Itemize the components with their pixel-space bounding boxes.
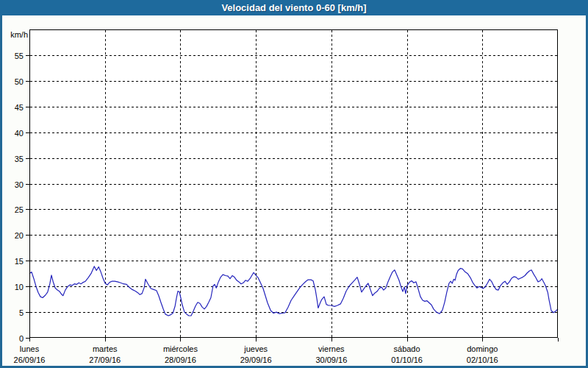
x-date-label: 30/09/16 <box>315 355 347 364</box>
x-day-label: lunes <box>20 344 40 353</box>
y-tick-label: 10 <box>15 283 24 291</box>
x-day-label: domingo <box>467 344 498 353</box>
x-day-label: viernes <box>318 344 345 353</box>
x-day-label: miércoles <box>163 344 198 353</box>
x-date-label: 01/10/16 <box>391 355 423 364</box>
y-tick-label: 0 <box>19 334 24 343</box>
app-window: Velocidad del viento 0-60 [km/h] 0510152… <box>0 0 588 368</box>
y-tick-label: 45 <box>15 103 24 112</box>
y-tick-label: 35 <box>15 155 24 163</box>
y-tick-label: 5 <box>19 308 24 317</box>
x-day-label: martes <box>93 344 118 353</box>
y-tick-label: 25 <box>15 205 24 214</box>
y-tick-label: 55 <box>15 52 24 60</box>
x-date-label: 28/09/16 <box>165 355 196 364</box>
y-tick-label: 20 <box>15 231 24 240</box>
x-day-label: sábado <box>394 344 420 353</box>
y-tick-label: 40 <box>15 129 24 138</box>
y-axis-unit-label: km/h <box>10 30 28 39</box>
wind-speed-chart: 0510152025303540455055km/hlunes26/09/16m… <box>0 0 588 368</box>
y-tick-label: 50 <box>15 77 24 86</box>
x-date-label: 02/10/16 <box>467 355 498 364</box>
x-date-label: 27/09/16 <box>89 355 121 364</box>
x-date-label: 26/09/16 <box>14 355 46 364</box>
x-date-label: 29/09/16 <box>240 355 272 364</box>
x-day-label: jueves <box>243 344 268 353</box>
y-tick-label: 15 <box>15 257 24 266</box>
y-tick-label: 30 <box>15 180 24 189</box>
plot-area <box>30 30 558 338</box>
